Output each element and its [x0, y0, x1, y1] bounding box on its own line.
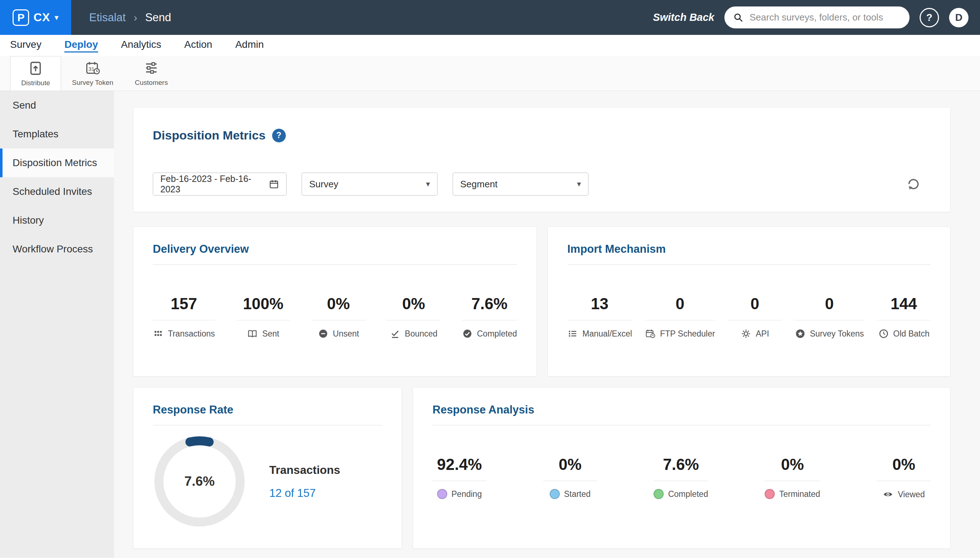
refresh-icon — [906, 177, 921, 191]
stat-label: Completed — [477, 329, 517, 339]
stat-label: Terminated — [779, 489, 820, 499]
stat-label: Manual/Excel — [582, 329, 632, 339]
tool-distribute[interactable]: Distribute — [10, 56, 61, 90]
help-button[interactable]: ? — [919, 8, 939, 27]
divider — [311, 320, 365, 320]
refresh-button[interactable] — [906, 177, 921, 191]
history-icon — [878, 328, 889, 339]
svg-text:31: 31 — [88, 66, 94, 72]
disposition-metrics-card: Disposition Metrics ? Feb-16-2023 - Feb-… — [133, 107, 951, 212]
transactions-count-link[interactable]: 12 of 157 — [269, 487, 340, 500]
eye-icon — [883, 489, 893, 500]
stat-label: Viewed — [898, 490, 924, 499]
breadcrumb-separator-icon: › — [134, 11, 137, 24]
body: Send Templates Disposition Metrics Sched… — [0, 91, 980, 558]
delivery-overview-card: Delivery Overview 157 Transactio — [133, 226, 537, 376]
survey-select-value: Survey — [309, 179, 338, 190]
stat-value: 7.6% — [663, 456, 699, 474]
chevron-down-icon: ▾ — [55, 13, 59, 22]
stat-terminated: 0% Terminated — [765, 456, 820, 500]
stat-survey-tokens: 0 Survey Tokens — [795, 295, 864, 339]
analysis-stats-row: 92.4% Pending 0% S — [433, 456, 931, 500]
stat-api: 0 API — [728, 295, 782, 339]
customers-icon — [143, 60, 159, 76]
response-row: Response Rate 7.6% Transactions 1 — [133, 387, 980, 549]
list-icon — [567, 328, 578, 339]
book-icon — [247, 328, 258, 339]
calendar-clock-icon — [645, 328, 656, 339]
topbar: P CX ▾ Etisalat › Send Switch Back ? D — [0, 0, 980, 35]
stat-label: FTP Scheduler — [660, 329, 715, 339]
card-title: Response Analysis — [433, 387, 931, 416]
donut-percent-label: 7.6% — [153, 435, 246, 528]
divider — [877, 481, 931, 481]
stat-value: 0% — [327, 295, 350, 313]
date-range-value: Feb-16-2023 - Feb-16-2023 — [161, 174, 264, 195]
nav-item-deploy[interactable]: Deploy — [64, 39, 98, 53]
sidebar-item-disposition-metrics[interactable]: Disposition Metrics — [0, 148, 114, 177]
tool-customers[interactable]: Customers — [124, 56, 179, 90]
stat-sent: 100% Sent — [236, 295, 290, 339]
divider — [728, 320, 782, 320]
check-underline-icon — [390, 328, 400, 339]
logo-label: CX — [33, 11, 50, 24]
divider — [645, 320, 715, 320]
nav-item-analytics[interactable]: Analytics — [121, 39, 161, 53]
divider — [153, 425, 382, 425]
topbar-right: Switch Back ? D — [653, 7, 980, 28]
pending-dot-icon — [437, 489, 447, 499]
stat-value: 7.6% — [471, 295, 507, 313]
survey-select[interactable]: Survey ▾ — [302, 172, 438, 195]
stat-value: 0% — [892, 456, 915, 474]
stat-transactions: 157 Transactions — [153, 295, 215, 339]
sidebar: Send Templates Disposition Metrics Sched… — [0, 91, 114, 558]
breadcrumb-page: Send — [145, 11, 171, 24]
avatar[interactable]: D — [949, 8, 969, 27]
main-content: Disposition Metrics ? Feb-16-2023 - Feb-… — [114, 91, 980, 558]
tool-label: Survey Token — [72, 79, 113, 87]
search-box[interactable] — [724, 7, 910, 28]
response-rate-text: Transactions 12 of 157 — [269, 463, 340, 500]
segment-select[interactable]: Segment ▾ — [452, 172, 588, 195]
stat-manual-excel: 13 Manual/Excel — [567, 295, 632, 339]
stat-label: Unsent — [333, 329, 359, 339]
stat-bounced: 0% Bounced — [387, 295, 441, 339]
card-title: Delivery Overview — [153, 227, 517, 256]
sidebar-item-workflow-process[interactable]: Workflow Process — [0, 235, 114, 264]
help-icon[interactable]: ? — [272, 129, 286, 143]
delivery-stats-row: 157 Transactions 100% — [153, 295, 517, 339]
stat-value: 0% — [559, 456, 582, 474]
sidebar-item-history[interactable]: History — [0, 206, 114, 235]
switch-back-link[interactable]: Switch Back — [653, 11, 715, 23]
response-rate-content: 7.6% Transactions 12 of 157 — [153, 435, 382, 528]
grid-icon — [153, 328, 164, 339]
search-input[interactable] — [750, 12, 901, 23]
divider — [433, 481, 487, 481]
date-range-field[interactable]: Feb-16-2023 - Feb-16-2023 — [153, 172, 287, 195]
divider — [654, 481, 708, 481]
nav-item-survey[interactable]: Survey — [10, 39, 41, 53]
logo-p-icon: P — [13, 9, 29, 26]
divider — [567, 320, 632, 320]
app-logo[interactable]: P CX ▾ — [0, 0, 71, 35]
stat-value: 0 — [825, 295, 834, 313]
filter-row: Feb-16-2023 - Feb-16-2023 Survey ▾ — [153, 172, 931, 195]
nav-item-action[interactable]: Action — [184, 39, 213, 53]
nav-item-admin[interactable]: Admin — [235, 39, 264, 53]
tool-survey-token[interactable]: 31 Survey Token — [61, 56, 124, 90]
stat-ftp-scheduler: 0 — [645, 295, 715, 339]
sidebar-item-send[interactable]: Send — [0, 91, 114, 120]
stat-value: 0 — [751, 295, 759, 313]
sidebar-item-scheduled-invites[interactable]: Scheduled Invites — [0, 177, 114, 206]
breadcrumb-app[interactable]: Etisalat — [89, 11, 126, 24]
response-rate-donut: 7.6% — [153, 435, 246, 528]
gear-icon — [741, 328, 751, 339]
stat-label: Transactions — [168, 329, 215, 339]
breadcrumb: Etisalat › Send — [89, 11, 171, 24]
response-analysis-card: Response Analysis 92.4% Pending — [413, 387, 951, 549]
divider — [462, 320, 517, 320]
sidebar-item-templates[interactable]: Templates — [0, 120, 114, 148]
import-stats-row: 13 Manual/Excel — [567, 295, 931, 339]
primary-nav: Survey Deploy Analytics Action Admin — [0, 35, 980, 56]
stat-unsent: 0% Unsent — [311, 295, 365, 339]
